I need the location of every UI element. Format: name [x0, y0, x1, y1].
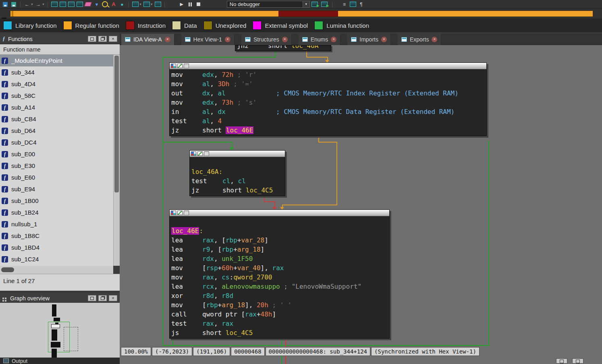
debugger-windows-icon[interactable]: ≡: [341, 1, 348, 8]
function-row[interactable]: fsub_1C24: [0, 253, 113, 265]
block-edit-icon[interactable]: [177, 211, 183, 215]
tab-label: Exports: [410, 36, 429, 43]
tab-close-button[interactable]: ×: [432, 37, 437, 42]
close-button[interactable]: ×: [109, 295, 117, 301]
minimize-button[interactable]: [88, 295, 96, 301]
functions-horizontal-scrollbar[interactable]: [0, 266, 113, 274]
watches-window-icon[interactable]: [143, 1, 150, 8]
strings-window-icon[interactable]: [76, 1, 83, 8]
function-row[interactable]: fsub_1B00: [0, 195, 113, 207]
block-colors-icon[interactable]: [171, 64, 176, 68]
functions-vertical-scrollbar[interactable]: [113, 55, 120, 266]
basic-block-loc-46e[interactable]: loc_46E:lea rax, [rbp+var_28]lea r9, [rb…: [169, 209, 390, 339]
float-button[interactable]: [98, 295, 107, 301]
function-row[interactable]: fsub_1BD4: [0, 242, 113, 253]
watches-dropdown-icon[interactable]: ▼: [150, 3, 153, 6]
dock-close-button[interactable]: [572, 358, 583, 364]
function-row[interactable]: fsub_4D4: [0, 78, 113, 90]
function-row[interactable]: fsub_E60: [0, 172, 113, 183]
block-code[interactable]: jnz short loc_46A: [235, 45, 331, 50]
legend-swatch: [3, 21, 12, 30]
save-database-icon[interactable]: [10, 1, 17, 8]
close-button[interactable]: ×: [109, 36, 117, 42]
function-row[interactable]: fsub_1B24: [0, 207, 113, 218]
names-window-icon[interactable]: [59, 1, 66, 8]
breakpoints-window-icon[interactable]: [132, 1, 139, 8]
basic-block-cmos[interactable]: mov edx, 72h ; 'r'mov al, 3Dh ; '='out d…: [169, 62, 487, 136]
stop-process-icon[interactable]: [195, 1, 202, 8]
navigate-back-icon[interactable]: ←: [23, 1, 31, 8]
breakpoints-dropdown-icon[interactable]: ▼: [139, 3, 142, 6]
basic-block-loc-46a[interactable]: loc_46A:test cl, cljz short loc_4C5: [189, 150, 285, 196]
function-row[interactable]: fsub_DC4: [0, 136, 113, 148]
debugger-selector[interactable]: No debugger ▼: [227, 1, 310, 8]
jump-down-icon[interactable]: ▼: [93, 1, 100, 8]
segments-window-icon[interactable]: [68, 1, 75, 8]
tab-imports[interactable]: Imports×: [347, 34, 391, 45]
function-row[interactable]: fsub_E00: [0, 148, 113, 160]
block-code[interactable]: loc_46E:lea rax, [rbp+var_28]lea r9, [rb…: [170, 216, 389, 338]
function-row[interactable]: fsub_CB4: [0, 113, 113, 125]
modules-window-icon[interactable]: [154, 1, 162, 8]
output-panel-titlebar[interactable]: Output: [0, 358, 120, 364]
tab-label: Structures: [253, 36, 279, 43]
column-header-function-name[interactable]: Function name: [0, 44, 120, 55]
tab-close-button[interactable]: ×: [225, 37, 230, 42]
ida-window: ← ▼ → ▼ ▼ A ● ▼ ▼ ▶ No debugger ▼ ▶ ▶ ≡: [0, 0, 602, 364]
block-code[interactable]: loc_46A:test cl, cljz short loc_4C5: [190, 157, 285, 196]
tab-hex-view-1[interactable]: Hex View-1×: [181, 34, 235, 45]
dock-float-button[interactable]: [556, 358, 567, 364]
tab-exports[interactable]: Exports×: [398, 34, 441, 45]
block-frame-icon[interactable]: [184, 211, 189, 215]
block-edit-icon[interactable]: [177, 64, 183, 68]
navigate-forward-icon[interactable]: →: [35, 1, 42, 8]
navigation-band[interactable]: [10, 10, 593, 17]
plugins-icon[interactable]: ¶: [358, 1, 365, 8]
block-frame-icon[interactable]: [184, 64, 189, 68]
debugger-selector-arrow-icon[interactable]: ▼: [303, 1, 309, 7]
tab-icon: [125, 37, 131, 42]
legend-label: Data: [184, 22, 197, 29]
function-name: sub_1B8C: [11, 232, 39, 239]
block-colors-icon[interactable]: [171, 211, 176, 215]
search-icon[interactable]: [102, 1, 109, 8]
ascii-string-icon[interactable]: A: [110, 1, 117, 8]
function-row[interactable]: f_ModuleEntryPoint: [0, 55, 113, 66]
start-process-icon[interactable]: ▶: [178, 1, 185, 8]
tab-close-button[interactable]: ×: [165, 37, 170, 42]
tab-close-button[interactable]: ×: [282, 37, 288, 42]
scripts-icon[interactable]: [349, 1, 357, 8]
graph-canvas[interactable]: jnz short loc_46A mov edx, 72h ; 'r'mov …: [120, 45, 602, 364]
function-row[interactable]: fsub_A14: [0, 101, 113, 113]
block-edit-icon[interactable]: [197, 151, 203, 156]
pause-process-icon[interactable]: [187, 1, 194, 8]
navigate-forward-dropdown-icon[interactable]: ▼: [42, 3, 45, 6]
function-row[interactable]: fsub_344: [0, 66, 113, 78]
clear-icon[interactable]: [85, 1, 92, 8]
function-icon: f: [2, 233, 8, 239]
function-row[interactable]: fsub_1B8C: [0, 230, 113, 242]
function-row[interactable]: fsub_D64: [0, 125, 113, 136]
block-colors-icon[interactable]: [191, 151, 196, 156]
tab-icon: [302, 37, 308, 42]
tab-structures[interactable]: Structures×: [241, 34, 292, 45]
graph-overview-minimap[interactable]: [0, 303, 120, 358]
output-title: Output: [12, 358, 27, 364]
block-code[interactable]: mov edx, 72h ; 'r'mov al, 3Dh ; '='out d…: [170, 69, 486, 136]
function-row[interactable]: fsub_E94: [0, 183, 113, 195]
block-frame-icon[interactable]: [204, 151, 209, 156]
save-icon[interactable]: [2, 1, 9, 8]
functions-window-icon[interactable]: [51, 1, 58, 8]
float-button[interactable]: [98, 36, 107, 42]
navigate-back-dropdown-icon[interactable]: ▼: [31, 3, 33, 6]
function-row[interactable]: fsub_58C: [0, 90, 113, 101]
tab-close-button[interactable]: ×: [381, 37, 387, 42]
tab-ida-view-a[interactable]: IDA View-A×: [121, 34, 174, 45]
function-row[interactable]: fsub_E30: [0, 160, 113, 172]
tab-close-button[interactable]: ×: [331, 37, 336, 42]
minimize-button[interactable]: [88, 36, 96, 42]
basic-block-partial[interactable]: jnz short loc_46A: [235, 45, 331, 51]
tab-enums[interactable]: Enums×: [299, 34, 341, 45]
function-icon: f: [2, 93, 8, 99]
function-row[interactable]: fnullsub_1: [0, 218, 113, 230]
